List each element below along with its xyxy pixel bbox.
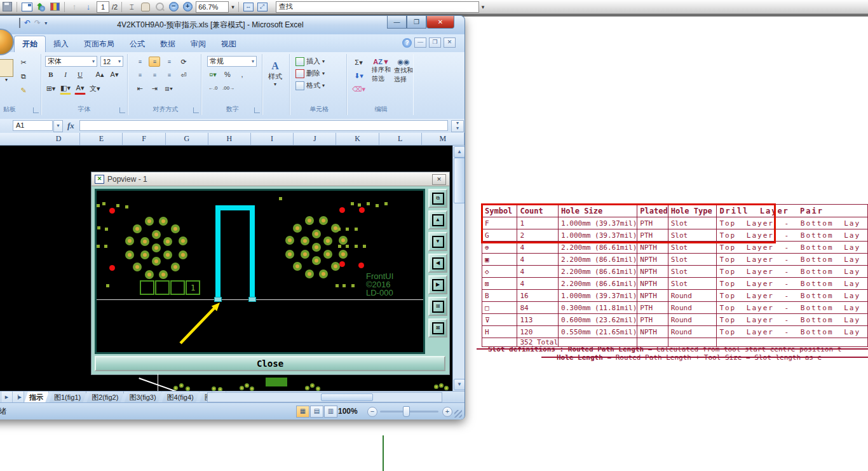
snapshot-button[interactable] (49, 1, 60, 13)
minimize-button[interactable]: — (387, 16, 407, 29)
accounting-format-button[interactable]: ¤▾ (207, 69, 219, 80)
decrease-decimal-button[interactable]: .00→ (222, 82, 235, 93)
styles-button[interactable]: A 样式 ▾ (266, 59, 284, 88)
align-center-button[interactable]: ≡ (149, 70, 160, 80)
phonetic-button[interactable]: 文▾ (89, 83, 101, 94)
cut-button[interactable]: ✂ (18, 57, 29, 68)
decrease-indent-button[interactable]: ⇤ (134, 83, 146, 94)
fill-button[interactable]: ⬇▾ (351, 70, 366, 81)
column-header-M[interactable]: M (422, 133, 465, 145)
find-select-button[interactable]: ◉◉ 查找和 选择 (391, 57, 416, 85)
maximize-button[interactable]: ❐ (407, 16, 426, 29)
format-cells-button[interactable]: 格式▾ (295, 81, 346, 90)
ribbon-restore-button[interactable]: ❐ (429, 38, 441, 48)
delete-cells-button[interactable]: 删除▾ (295, 69, 346, 78)
fill-color-button[interactable]: ◧▾ (60, 82, 71, 95)
column-header-G[interactable]: G (166, 133, 208, 145)
align-bottom-button[interactable]: ≡ (163, 57, 175, 67)
number-dialog-launcher[interactable] (254, 107, 260, 113)
save-button[interactable] (1, 1, 13, 13)
align-middle-button[interactable]: ≡ (149, 57, 160, 67)
scroll-down-icon[interactable]: ▼ (454, 379, 465, 390)
ribbon-tab-1[interactable]: 插入 (46, 36, 76, 52)
help-button[interactable]: ? (402, 38, 412, 48)
number-format-select[interactable]: 常规▾ (207, 56, 257, 67)
clipboard-dialog-launcher[interactable] (33, 107, 39, 113)
zoom-in-button[interactable]: ⊞ (428, 297, 447, 316)
zoom-out-button[interactable]: − (367, 407, 377, 417)
column-header-L[interactable]: L (379, 133, 422, 145)
column-header-D[interactable]: D (37, 133, 80, 145)
email-button[interactable] (21, 1, 32, 13)
underline-button[interactable]: U (74, 69, 86, 80)
align-left-button[interactable]: ≡ (134, 70, 146, 80)
merge-center-button[interactable]: ⧈▾ (163, 83, 175, 94)
font-dialog-launcher[interactable] (119, 107, 125, 113)
font-name-select[interactable]: 宋体▾ (45, 56, 97, 67)
grow-font-button[interactable]: A▴ (94, 69, 105, 80)
normal-view-button[interactable]: ▦ (296, 406, 309, 418)
font-size-select[interactable]: 12▾ (100, 56, 123, 67)
sheet-tab-4[interactable]: 图4(fig4) (162, 392, 200, 403)
clear-button[interactable]: ⌫▾ (351, 83, 366, 95)
wrap-text-button[interactable]: ⏎ (178, 69, 189, 81)
ribbon-tab-4[interactable]: 数据 (153, 36, 183, 52)
sheet-area[interactable]: ✕ Popview - 1 ✕ 1 (0, 146, 465, 391)
zoom-out-button[interactable]: − (168, 1, 179, 13)
paste-button[interactable]: ▾ (0, 58, 15, 84)
insert-cells-button[interactable]: 插入▾ (295, 57, 346, 66)
ribbon-tab-2[interactable]: 页面布局 (76, 36, 122, 52)
align-right-button[interactable]: ≡ (163, 70, 175, 80)
ribbon-tab-0[interactable]: 开始 (14, 36, 46, 52)
ribbon-tab-5[interactable]: 审阅 (183, 36, 214, 52)
zoom-level-select[interactable]: 66.7% (196, 1, 229, 13)
horizontal-scroll-thumb[interactable] (321, 393, 373, 401)
column-header-J[interactable]: J (294, 133, 336, 145)
ribbon-minimize-button[interactable]: — (414, 38, 426, 48)
align-top-button[interactable]: ≡ (134, 57, 146, 67)
upload-button[interactable]: ⬆ (35, 1, 46, 13)
pan-left-button[interactable]: ◀ (428, 254, 447, 273)
autosum-button[interactable]: Σ▾ (351, 57, 366, 68)
find-input[interactable]: 查找 (276, 1, 479, 13)
page-layout-view-button[interactable]: ▤ (310, 406, 323, 418)
increase-decimal-button[interactable]: ←.0 (207, 82, 219, 93)
formula-expand-button[interactable]: ▾▾ (451, 120, 464, 132)
percent-style-button[interactable]: % (222, 69, 233, 80)
vertical-scrollbar[interactable]: ▲ ▼ (452, 146, 465, 391)
close-button[interactable]: ✕ (426, 16, 454, 29)
name-box[interactable]: A1 (13, 120, 53, 131)
popout-window-button[interactable]: ⧉ (428, 189, 447, 208)
popview-close-icon[interactable]: ✕ (432, 174, 446, 185)
column-header-E[interactable]: E (80, 133, 123, 145)
zoom-in-button[interactable]: + (442, 407, 452, 417)
zoom-caret-icon[interactable]: ▾ (231, 4, 234, 10)
shrink-font-button[interactable]: A▾ (109, 69, 120, 80)
orientation-button[interactable]: ⟳ (178, 56, 189, 67)
sheet-tab-3[interactable]: 图3(fig3) (124, 392, 161, 403)
name-box-caret-icon[interactable]: ▼ (53, 120, 63, 132)
popview-close-button[interactable]: Close (95, 356, 445, 371)
borders-button[interactable]: ⊞▾ (45, 83, 57, 94)
resize-grip[interactable] (454, 410, 462, 418)
bold-button[interactable]: B (45, 69, 57, 80)
alignment-dialog-launcher[interactable] (193, 107, 199, 113)
column-header-K[interactable]: K (336, 133, 379, 145)
column-header-H[interactable]: H (208, 133, 251, 145)
fx-icon[interactable]: fx (67, 121, 74, 131)
horizontal-scrollbar[interactable] (207, 392, 442, 402)
pan-down-button[interactable]: ▼ (428, 232, 447, 251)
sheet-tab-2[interactable]: 图2(fig2) (86, 392, 124, 403)
sheet-tab-1[interactable]: 图1(fig1) (49, 392, 86, 403)
fit-width-button[interactable]: ↔ (243, 1, 254, 13)
next-page-button[interactable]: ↓ (83, 1, 94, 13)
column-header-I[interactable]: I (251, 133, 294, 145)
zoom-out-button[interactable]: ⊠ (428, 318, 447, 338)
pan-up-button[interactable]: ▲ (428, 210, 447, 229)
increase-indent-button[interactable]: ⇥ (149, 83, 160, 94)
page-number-input[interactable]: 1 (97, 1, 109, 13)
pan-right-button[interactable]: ▶ (428, 275, 447, 294)
marquee-zoom-button[interactable] (154, 1, 165, 13)
zoom-in-button[interactable]: + (182, 1, 193, 13)
font-color-button[interactable]: A▾ (74, 82, 86, 95)
